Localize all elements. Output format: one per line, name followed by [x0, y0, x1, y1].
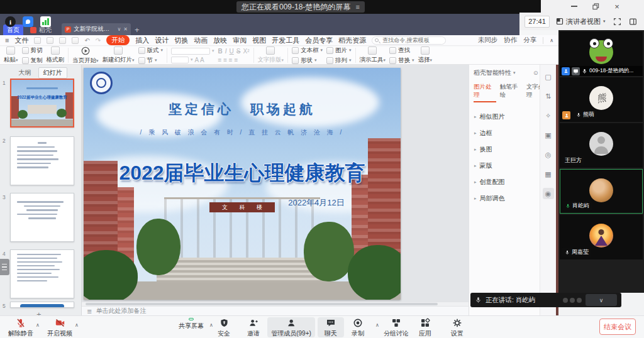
start-video-button[interactable]: 开启视频 [47, 318, 72, 338]
add-slide-button[interactable]: + [36, 310, 42, 315]
tab-slides[interactable]: 幻灯片 [38, 67, 67, 79]
cut-button[interactable]: 剪切 [22, 46, 43, 55]
text-box-button[interactable]: 文本框▾ [292, 46, 323, 55]
undo-icon[interactable]: ↶ [84, 37, 89, 44]
font-name-select[interactable] [171, 48, 210, 55]
slide-thumbnail-2[interactable] [10, 136, 74, 185]
panel-settings-icon[interactable]: ⊙ [533, 70, 538, 76]
manage-members-button[interactable]: 管理成员(99+) [271, 318, 311, 338]
collapse-ribbon-icon[interactable]: ∧ [550, 38, 553, 43]
record-options-chevron[interactable]: ∧ [375, 322, 379, 328]
chat-button[interactable]: 聊天 [325, 318, 337, 338]
slide-thumbnail-5[interactable] [10, 302, 74, 308]
record-button[interactable]: 录制 [352, 318, 364, 338]
horizontal-scrollbar[interactable] [82, 302, 469, 306]
watching-banner[interactable]: 您正在观看009-18-楚艳鸽的屏幕 ≡ [236, 1, 365, 13]
menu-docer-res[interactable]: 稻壳资源 [338, 36, 366, 45]
stats-icon[interactable] [40, 16, 51, 27]
settings-button[interactable]: 设置 [451, 318, 464, 338]
redo-icon[interactable]: ↷ [96, 37, 101, 44]
current-slide[interactable]: 文 科 楼 坚定信心 职场起航 / 乘 风 破 浪 会 有 时 / 直 挂 云 … [84, 68, 401, 300]
menu-view[interactable]: 视图 [252, 36, 266, 45]
font-size-select[interactable] [171, 57, 189, 63]
export-icon[interactable] [72, 37, 79, 44]
menu-file[interactable]: 文件 [14, 36, 28, 45]
font-style-group[interactable]: BIUSX² [218, 48, 250, 55]
strip-icon-7[interactable]: ◉ [543, 188, 554, 199]
menu-member[interactable]: 会员专享 [305, 36, 333, 45]
copy-button[interactable]: 复制 [22, 57, 43, 65]
video-tile[interactable]: 熊 熊萌 [560, 77, 643, 122]
play-from-page-button[interactable]: 当页开始▾ [72, 46, 99, 65]
video-tile-speaking[interactable]: 肖屹屿 [560, 169, 643, 214]
invite-button[interactable]: 邀请 [247, 318, 260, 338]
menu-review[interactable]: 审阅 [233, 36, 247, 45]
find-button[interactable]: 查找 [389, 46, 414, 55]
present-tools-button[interactable]: 演示工具▾ [360, 46, 386, 64]
info-icon[interactable]: i [5, 16, 16, 27]
menu-design[interactable]: 设计 [155, 36, 169, 45]
command-search-input[interactable] [372, 36, 446, 45]
menu-slideshow[interactable]: 放映 [213, 36, 227, 45]
close-button[interactable]: × [613, 2, 621, 11]
section-button[interactable]: 节▾ [138, 57, 164, 65]
share-options-chevron[interactable]: ∧ [209, 322, 213, 328]
sync-status[interactable]: 未同步 [478, 36, 498, 45]
strip-icon-5[interactable]: ◎ [543, 149, 554, 160]
command-search[interactable] [372, 36, 446, 45]
hamburger-icon[interactable]: ≡ [5, 36, 9, 44]
video-tile-host[interactable]: 009-18-楚艳鸽的... [560, 31, 643, 76]
docer-tab-image[interactable]: 图片处理 [474, 83, 496, 102]
shapes-button[interactable]: 形状▾ [292, 57, 323, 65]
wps-tab-document[interactable]: P 文新学院就业指导讲座.pptx ∨ ✕ [62, 23, 131, 35]
mute-options-chevron[interactable]: ∧ [36, 322, 40, 328]
strip-icon-3[interactable]: ✧ [543, 110, 554, 121]
menu-animation[interactable]: 动画 [194, 36, 208, 45]
breakout-rooms-button[interactable]: 分组讨论 [384, 318, 409, 338]
tab-outline[interactable]: 大纲 [14, 67, 36, 79]
print-icon[interactable] [59, 37, 66, 44]
sidebar-toggle-button[interactable] [629, 18, 637, 26]
collapse-speaker-bar-button[interactable]: ∨ [586, 294, 617, 306]
menu-devtools[interactable]: 开发工具 [272, 36, 299, 45]
view-mode-selector[interactable]: 演讲者视图 ▾ [556, 17, 606, 26]
slide-thumbnail-4[interactable] [10, 249, 74, 298]
docer-tab-pen[interactable]: 触笔手绘 [500, 83, 523, 102]
layout-button[interactable]: 版式▾ [138, 46, 164, 55]
share-button[interactable]: 分享 [523, 36, 536, 45]
strip-icon-4[interactable]: ▣ [543, 129, 554, 141]
select-button[interactable]: 选择▾ [418, 46, 433, 64]
chevron-down-icon[interactable]: ▾ [513, 70, 516, 75]
minimize-button[interactable] [570, 2, 579, 11]
replace-button[interactable]: 替换▾ [389, 57, 414, 65]
share-screen-button[interactable]: 共享屏幕 [179, 318, 204, 330]
slide-thumbnail-1[interactable]: 2022届毕业生心理健康教育 [10, 79, 74, 128]
align-group[interactable]: ≡ ≡ ≡ ≡ [218, 57, 250, 63]
menu-home[interactable]: 开始 [106, 35, 130, 45]
video-tile[interactable]: 王巨方 [560, 123, 643, 168]
floating-widget[interactable] [0, 259, 9, 275]
format-painter-button[interactable]: 格式刷 [47, 46, 65, 64]
unmute-button[interactable]: 解除静音 [8, 318, 33, 338]
tab-close-icon[interactable]: ✕ [123, 26, 128, 32]
fullscreen-button[interactable] [613, 18, 621, 26]
picture-button[interactable]: 图片▾ [326, 46, 352, 55]
strip-icon-2[interactable]: ⇅ [543, 90, 554, 102]
tab-dropdown-icon[interactable]: ∨ [117, 26, 121, 32]
end-meeting-button[interactable]: 结束会议 [599, 319, 636, 335]
strip-icon-6[interactable]: ▦ [543, 168, 554, 180]
video-tile[interactable]: 周嘉莹 [560, 215, 643, 259]
paste-button[interactable]: 粘贴▾ [4, 46, 18, 64]
save-icon[interactable] [47, 37, 53, 44]
menu-insert[interactable]: 插入 [135, 36, 149, 45]
shield-icon[interactable] [23, 16, 33, 27]
arrange-button[interactable]: 排列▾ [326, 57, 352, 65]
menu-transition[interactable]: 切换 [174, 36, 188, 45]
apps-button[interactable]: 应用 [419, 318, 431, 338]
cowork-button[interactable]: 协作 [504, 36, 517, 45]
new-slide-button[interactable]: 新建幻灯片▾ [103, 46, 135, 64]
restore-button[interactable] [591, 2, 600, 11]
security-button[interactable]: 安全 [218, 318, 230, 338]
banner-menu-icon[interactable]: ≡ [355, 3, 359, 11]
video-options-chevron[interactable]: ∧ [75, 322, 79, 328]
